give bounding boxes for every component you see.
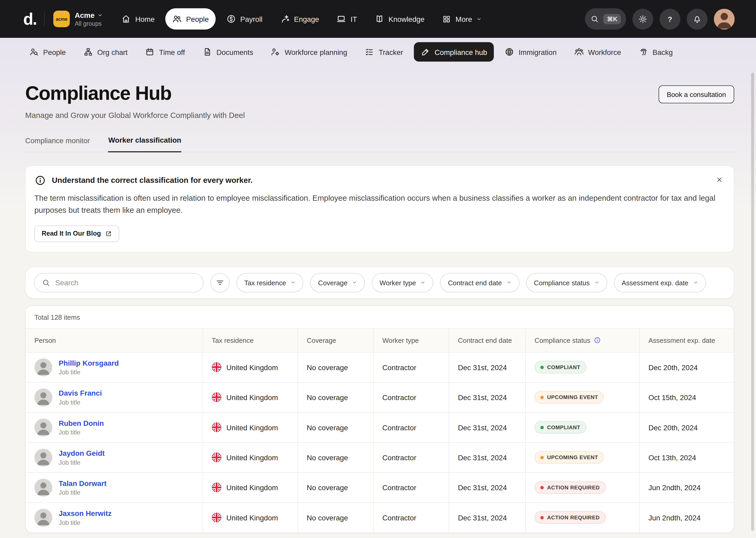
subnav-label: People xyxy=(43,48,66,56)
table-row[interactable]: Jaxson HerwitzJob title United Kingdom N… xyxy=(26,503,734,532)
filter-contract-end-date[interactable]: Contract end date xyxy=(440,273,519,293)
tab-compliance-monitor[interactable]: Compliance monitor xyxy=(25,136,90,152)
status-badge: ACTION REQUIRED xyxy=(535,511,606,524)
worker-type-value: Contractor xyxy=(382,393,416,401)
search-box[interactable] xyxy=(34,273,204,293)
page-title: Compliance Hub xyxy=(25,82,245,104)
subnav-background-checks[interactable]: Backg xyxy=(632,42,680,62)
read-blog-label: Read It In Our Blog xyxy=(42,230,101,237)
settings-button[interactable] xyxy=(632,8,653,29)
nav-more[interactable]: More xyxy=(435,8,489,29)
chevron-down-icon xyxy=(506,280,512,285)
close-icon[interactable] xyxy=(714,174,725,187)
subnav-immigration[interactable]: Immigration xyxy=(498,42,563,62)
book-consultation-button[interactable]: Book a consultation xyxy=(659,85,734,103)
coverage-value: No coverage xyxy=(307,483,348,492)
assessment-exp-date-value: Jun 2ndth, 2024 xyxy=(648,513,701,521)
coverage-value: No coverage xyxy=(307,513,348,521)
bell-icon xyxy=(692,14,702,24)
banner-title: Understand the correct classification fo… xyxy=(52,176,253,185)
filter-coverage[interactable]: Coverage xyxy=(310,273,365,293)
engage-icon xyxy=(280,14,290,24)
person-job-title: Job title xyxy=(59,519,112,526)
table-row[interactable]: Ruben DoninJob title United Kingdom No c… xyxy=(26,412,734,442)
sub-nav: People Org chart Time off Documents Work… xyxy=(0,38,756,66)
fingerprint-icon xyxy=(638,47,648,57)
uk-flag-icon xyxy=(212,393,221,402)
column-header-tax-residence[interactable]: Tax residence xyxy=(203,329,298,352)
column-header-contract-end-date[interactable]: Contract end date xyxy=(449,329,526,352)
org-name: Acme xyxy=(75,11,95,19)
worker-type-value: Contractor xyxy=(382,513,416,521)
table-row[interactable]: Jaydon GeidtJob title United Kingdom No … xyxy=(26,443,734,473)
table-row[interactable]: Phillip KorsgaardJob title United Kingdo… xyxy=(26,352,734,382)
filter-worker-type[interactable]: Worker type xyxy=(372,273,433,293)
person-name-link[interactable]: Ruben Donin xyxy=(59,419,104,427)
filter-tax-residence[interactable]: Tax residence xyxy=(237,273,304,293)
person-job-title: Job title xyxy=(59,459,105,466)
subnav-org-chart[interactable]: Org chart xyxy=(76,42,134,62)
scrollbar[interactable] xyxy=(751,73,754,531)
nav-payroll[interactable]: Payroll xyxy=(219,8,269,29)
person-name-link[interactable]: Jaxson Herwitz xyxy=(59,509,112,517)
table-row[interactable]: Talan DorwartJob title United Kingdom No… xyxy=(26,473,734,503)
subnav-time-off[interactable]: Time off xyxy=(138,42,192,62)
table-row[interactable]: Davis FranciJob title United Kingdom No … xyxy=(26,383,734,412)
column-header-compliance-status[interactable]: Compliance status xyxy=(526,329,640,352)
subnav-tracker[interactable]: Tracker xyxy=(358,42,410,62)
nav-it[interactable]: IT xyxy=(330,8,364,29)
person-name-link[interactable]: Davis Franci xyxy=(59,389,102,397)
status-badge: UPCOMING EVENT xyxy=(535,451,604,464)
divider xyxy=(44,12,45,26)
deel-logo[interactable]: d. xyxy=(24,10,36,28)
tax-residence-value: United Kingdom xyxy=(226,393,278,401)
notifications-button[interactable] xyxy=(687,8,707,29)
nav-home[interactable]: Home xyxy=(115,8,162,29)
tax-residence-value: United Kingdom xyxy=(226,423,278,431)
table-total: Total 128 items xyxy=(26,306,734,329)
subnav-workforce-planning[interactable]: Workforce planning xyxy=(264,42,354,62)
subnav-label: Tracker xyxy=(379,48,403,56)
column-header-assessment-exp-date[interactable]: Assessment exp. date xyxy=(640,329,734,352)
top-nav: d. acme Acme All groups Home Peop xyxy=(0,0,756,38)
document-icon xyxy=(202,47,212,57)
org-switcher[interactable]: acme Acme All groups xyxy=(53,11,103,27)
subnav-people[interactable]: People xyxy=(22,42,72,62)
nav-engage[interactable]: Engage xyxy=(273,8,326,29)
column-header-coverage[interactable]: Coverage xyxy=(298,329,374,352)
user-avatar[interactable] xyxy=(714,8,734,29)
person-job-title: Job title xyxy=(59,428,104,436)
org-avatar: acme xyxy=(53,11,70,27)
read-blog-button[interactable]: Read It In Our Blog xyxy=(34,225,119,242)
status-dot-icon xyxy=(540,516,543,519)
person-job-title: Job title xyxy=(59,368,118,376)
person-name-link[interactable]: Talan Dorwart xyxy=(59,479,107,487)
subnav-documents[interactable]: Documents xyxy=(196,42,260,62)
chevron-down-icon xyxy=(476,16,482,22)
info-banner: Understand the correct classification fo… xyxy=(25,166,734,252)
subnav-compliance-hub[interactable]: Compliance hub xyxy=(414,42,494,62)
filter-button[interactable] xyxy=(210,273,230,293)
calendar-icon xyxy=(145,47,155,57)
subnav-label: Workforce xyxy=(588,48,621,56)
status-badge: COMPLIANT xyxy=(535,421,586,434)
subnav-workforce[interactable]: Workforce xyxy=(567,42,628,62)
nav-people[interactable]: People xyxy=(165,8,215,29)
filter-assessment-exp-date[interactable]: Assessment exp. date xyxy=(614,273,706,293)
filter-compliance-status[interactable]: Compliance status xyxy=(526,273,607,293)
search-input[interactable] xyxy=(55,279,196,287)
help-button[interactable]: ? xyxy=(660,8,681,29)
column-header-person[interactable]: Person xyxy=(26,329,203,352)
nav-knowledge[interactable]: Knowledge xyxy=(368,8,431,29)
column-header-worker-type[interactable]: Worker type xyxy=(374,329,449,352)
worker-type-value: Contractor xyxy=(382,453,416,461)
global-search-button[interactable]: ⌘K xyxy=(585,8,626,29)
info-icon[interactable] xyxy=(594,337,601,344)
subnav-label: Documents xyxy=(216,48,253,56)
chevron-down-icon xyxy=(594,280,599,285)
tab-worker-classification[interactable]: Worker classification xyxy=(108,136,181,152)
person-name-link[interactable]: Jaydon Geidt xyxy=(59,449,105,457)
person-name-link[interactable]: Phillip Korsgaard xyxy=(59,358,118,367)
checklist-icon xyxy=(365,47,374,57)
gear-icon xyxy=(638,14,647,24)
